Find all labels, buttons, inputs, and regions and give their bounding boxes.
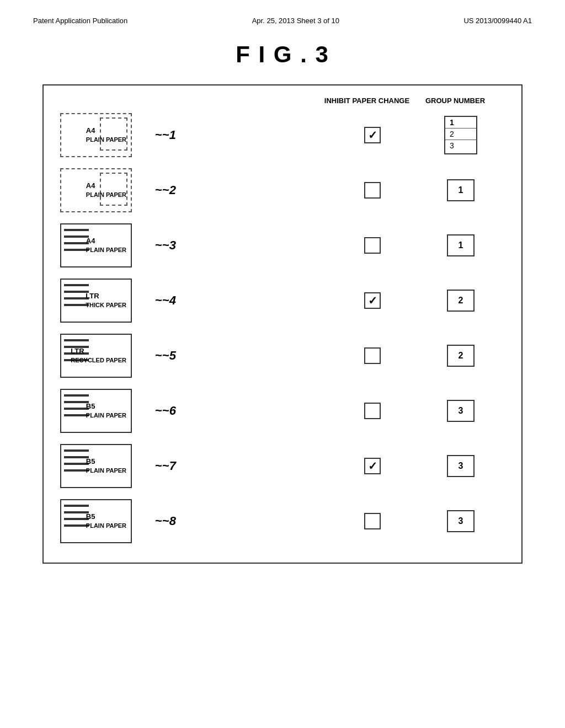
inhibit-cell[interactable] <box>328 347 417 364</box>
paper-info: B5PLAIN PAPER <box>86 402 126 420</box>
inhibit-cell[interactable] <box>328 403 417 419</box>
paper-info: LTRTHICK PAPER <box>86 291 126 310</box>
paper-size: B5 <box>86 512 126 522</box>
inhibit-checkbox[interactable] <box>364 513 381 529</box>
group-cell[interactable]: 1 <box>417 179 505 201</box>
paper-lines <box>64 394 89 416</box>
paper-info: A4PLAIN PAPER <box>86 236 126 255</box>
paper-info: LTRRECYCLED PAPER <box>71 346 126 365</box>
paper-line <box>64 524 89 527</box>
row-number: ~8 <box>143 514 176 528</box>
paper-size: LTR <box>86 291 126 301</box>
row-number: ~3 <box>143 238 176 253</box>
paper-icon: B5PLAIN PAPER <box>60 499 132 543</box>
row-number: ~2 <box>143 183 176 197</box>
page: Patent Application Publication Apr. 25, … <box>0 0 565 728</box>
group-number-box[interactable]: 3 <box>447 400 475 422</box>
group-option[interactable]: 2 <box>445 129 476 140</box>
paper-line <box>64 408 89 410</box>
table-row: LTRTHICK PAPER~42 <box>60 276 505 325</box>
group-number-box[interactable]: 2 <box>447 290 475 312</box>
inhibit-cell[interactable] <box>328 458 417 474</box>
paper-line <box>64 242 89 244</box>
inhibit-checkbox[interactable] <box>364 403 381 419</box>
group-number-box[interactable]: 1 <box>447 179 475 201</box>
inhibit-cell[interactable] <box>328 182 417 199</box>
group-dropdown[interactable]: 123 <box>444 116 477 154</box>
paper-icon: A4PLAIN PAPER <box>60 113 132 157</box>
group-cell[interactable]: 2 <box>417 345 505 367</box>
paper-size: B5 <box>86 457 126 467</box>
paper-icon: LTRTHICK PAPER <box>60 279 132 323</box>
paper-size: A4 <box>86 236 126 246</box>
group-cell[interactable]: 3 <box>417 510 505 532</box>
paper-size: A4 <box>86 181 126 191</box>
tilde: ~ <box>162 293 169 307</box>
paper-line <box>64 291 89 293</box>
group-number-box[interactable]: 2 <box>447 345 475 367</box>
group-cell[interactable]: 2 <box>417 290 505 312</box>
inhibit-checkbox[interactable] <box>364 182 381 199</box>
group-number-box[interactable]: 3 <box>447 455 475 477</box>
group-cell[interactable]: 3 <box>417 455 505 477</box>
paper-line <box>64 304 89 306</box>
group-number-box[interactable]: 3 <box>447 510 475 532</box>
group-option[interactable]: 3 <box>445 140 476 151</box>
paper-line <box>64 249 89 251</box>
row-number: ~6 <box>143 404 176 418</box>
main-table: INHIBIT PAPER CHANGE GROUP NUMBER A4PLAI… <box>42 84 523 564</box>
table-row: A4PLAIN PAPER~31 <box>60 221 505 270</box>
paper-icon: LTRRECYCLED PAPER <box>60 334 132 378</box>
inhibit-cell[interactable] <box>328 237 417 254</box>
table-row: B5PLAIN PAPER~73 <box>60 441 505 491</box>
inhibit-checkbox[interactable] <box>364 458 381 474</box>
paper-line <box>64 414 89 416</box>
group-cell[interactable]: 123 <box>417 116 505 154</box>
inhibit-checkbox[interactable] <box>364 347 381 364</box>
paper-type: THICK PAPER <box>86 301 126 309</box>
paper-type: PLAIN PAPER <box>86 467 126 475</box>
table-row: A4PLAIN PAPER~1123 <box>60 110 505 160</box>
group-number-box[interactable]: 1 <box>447 234 475 256</box>
inhibit-cell[interactable] <box>328 127 417 143</box>
figure-title: F I G . 3 <box>33 41 532 68</box>
inhibit-cell[interactable] <box>328 513 417 529</box>
patent-left: Patent Application Publication <box>33 17 127 25</box>
paper-line <box>64 456 89 458</box>
tilde: ~ <box>162 514 169 528</box>
group-header: GROUP NUMBER <box>411 97 499 105</box>
inhibit-checkbox[interactable] <box>364 292 381 309</box>
paper-line <box>64 297 89 299</box>
group-cell[interactable]: 1 <box>417 234 505 256</box>
inhibit-checkbox[interactable] <box>364 127 381 143</box>
tilde: ~ <box>162 128 169 142</box>
paper-line <box>64 229 89 231</box>
patent-center: Apr. 25, 2013 Sheet 3 of 10 <box>252 17 339 25</box>
paper-size: B5 <box>86 402 126 411</box>
column-headers: INHIBIT PAPER CHANGE GROUP NUMBER <box>60 97 505 105</box>
tilde: ~ <box>162 349 169 362</box>
paper-line <box>64 518 89 520</box>
table-row: B5PLAIN PAPER~83 <box>60 496 505 546</box>
paper-line <box>64 339 89 341</box>
inhibit-cell[interactable] <box>328 292 417 309</box>
inhibit-checkbox[interactable] <box>364 237 381 254</box>
paper-line <box>64 235 89 238</box>
row-number: ~5 <box>143 349 176 363</box>
group-option[interactable]: 1 <box>445 117 476 129</box>
row-number: ~7 <box>143 459 176 473</box>
paper-line <box>64 469 89 472</box>
paper-size: LTR <box>71 346 126 356</box>
paper-lines <box>64 449 89 472</box>
paper-line <box>64 401 89 403</box>
table-row: B5PLAIN PAPER~63 <box>60 386 505 436</box>
table-row: LTRRECYCLED PAPER~52 <box>60 331 505 381</box>
row-number: ~1 <box>143 128 176 142</box>
group-cell[interactable]: 3 <box>417 400 505 422</box>
paper-line <box>64 284 89 286</box>
tilde: ~ <box>162 459 169 473</box>
patent-right: US 2013/0099440 A1 <box>463 17 532 25</box>
paper-icon: B5PLAIN PAPER <box>60 444 132 488</box>
tilde: ~ <box>162 183 169 197</box>
row-number: ~4 <box>143 293 176 308</box>
